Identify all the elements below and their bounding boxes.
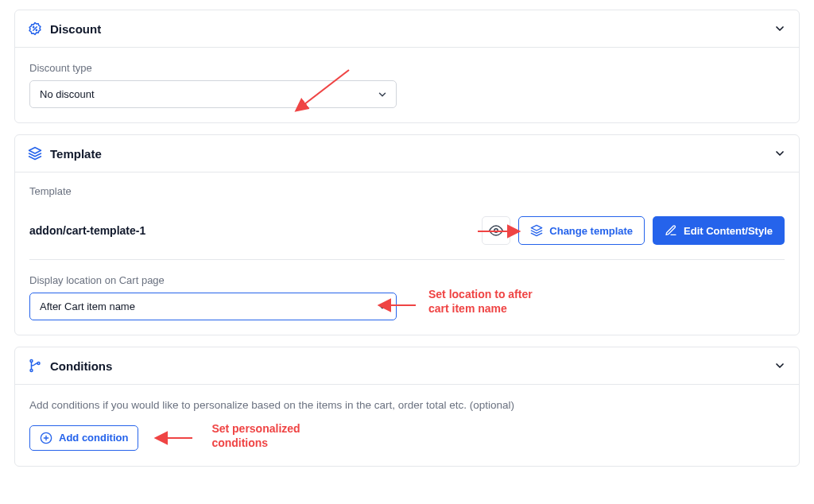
annotation-location-note: Set location to after cart item name (428, 288, 533, 316)
edit-content-style-label: Edit Content/Style (684, 225, 773, 237)
svg-point-0 (33, 27, 34, 28)
display-location-select[interactable]: After Cart item name (29, 293, 397, 320)
template-body: Template addon/cart-template-1 (15, 172, 799, 335)
change-template-button[interactable]: Change template (518, 216, 645, 245)
template-section: Template Template addon/cart-template-1 (14, 134, 800, 335)
layers-icon (530, 224, 543, 237)
plus-circle-icon (40, 432, 52, 444)
layers-icon (28, 146, 42, 161)
conditions-action-row: Add condition Set personalized condition… (29, 424, 785, 452)
template-label: Template (29, 185, 785, 197)
conditions-title: Conditions (50, 359, 112, 373)
chevron-down-icon (773, 22, 786, 35)
conditions-section: Conditions Add conditions if you would l… (14, 347, 800, 467)
discount-type-select[interactable]: No discount (29, 80, 397, 108)
display-location-row: Display location on Cart page After Cart… (29, 274, 785, 320)
display-location-label: Display location on Cart page (29, 274, 785, 286)
branch-icon (28, 359, 42, 373)
chevron-down-icon (773, 359, 786, 372)
chevron-down-icon (377, 89, 388, 100)
template-header[interactable]: Template (15, 135, 799, 172)
badge-discount-icon (28, 21, 42, 36)
discount-header[interactable]: Discount (15, 10, 799, 47)
annotation-conditions-note: Set personalized conditions (211, 422, 300, 450)
svg-point-4 (494, 229, 498, 233)
svg-point-1 (36, 29, 37, 30)
discount-header-left: Discount (28, 21, 101, 36)
template-title: Template (50, 147, 102, 161)
template-row: addon/cart-template-1 (29, 204, 785, 260)
template-actions: Change template Edit Content/Style (482, 216, 785, 245)
pencil-icon (665, 224, 677, 237)
chevron-down-icon (377, 301, 388, 312)
discount-title: Discount (50, 22, 101, 36)
chevron-down-icon (773, 147, 786, 160)
template-header-left: Template (28, 146, 102, 161)
discount-body: Discount type No discount (15, 47, 799, 122)
discount-type-value: No discount (40, 88, 95, 100)
conditions-body: Add conditions if you would like to pers… (15, 384, 799, 466)
discount-type-label: Discount type (29, 62, 785, 74)
discount-section: Discount Discount type No discount (14, 10, 800, 123)
eye-icon (489, 223, 503, 238)
annotation-arrow-conditions (153, 430, 197, 446)
conditions-header-left: Conditions (28, 359, 112, 373)
add-condition-label: Add condition (59, 432, 128, 444)
svg-marker-5 (532, 225, 542, 231)
template-name: addon/cart-template-1 (29, 224, 145, 237)
add-condition-button[interactable]: Add condition (29, 425, 138, 451)
change-template-label: Change template (549, 225, 633, 237)
edit-content-style-button[interactable]: Edit Content/Style (653, 216, 785, 245)
conditions-header[interactable]: Conditions (15, 347, 799, 384)
svg-marker-3 (29, 148, 41, 154)
preview-button[interactable] (482, 216, 510, 245)
conditions-description: Add conditions if you would like to pers… (29, 399, 785, 411)
display-location-flex: After Cart item name Set location to aft… (29, 293, 785, 320)
display-location-value: After Cart item name (40, 300, 135, 312)
